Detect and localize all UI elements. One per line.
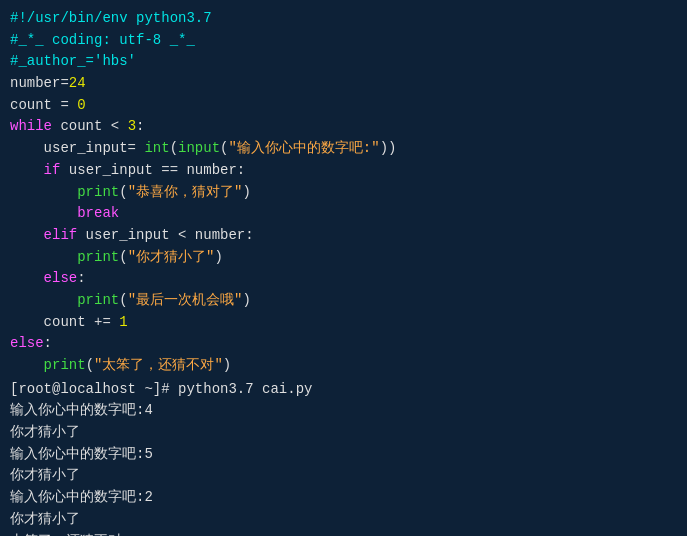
code-line: elif user_input < number:	[10, 225, 677, 247]
code-line: print("恭喜你，猜对了")	[10, 182, 677, 204]
terminal-window: #!/usr/bin/env python3.7#_*_ coding: utf…	[10, 8, 677, 536]
code-line: while count < 3:	[10, 116, 677, 138]
code-line: #_author_='hbs'	[10, 51, 677, 73]
code-line: break	[10, 203, 677, 225]
code-line: user_input= int(input("输入你心中的数字吧:"))	[10, 138, 677, 160]
output-line: 太笨了，还猜不对	[10, 531, 677, 537]
code-line: print("你才猜小了")	[10, 247, 677, 269]
output-line: 输入你心中的数字吧:4	[10, 400, 677, 422]
output-line: 输入你心中的数字吧:5	[10, 444, 677, 466]
code-line: #_*_ coding: utf-8 _*_	[10, 30, 677, 52]
output-line: 你才猜小了	[10, 422, 677, 444]
output-line: 你才猜小了	[10, 509, 677, 531]
code-line: #!/usr/bin/env python3.7	[10, 8, 677, 30]
output-line: 你才猜小了	[10, 465, 677, 487]
code-line: else:	[10, 333, 677, 355]
code-line: if user_input == number:	[10, 160, 677, 182]
code-line: count = 0	[10, 95, 677, 117]
code-line: else:	[10, 268, 677, 290]
code-line: print("最后一次机会哦")	[10, 290, 677, 312]
code-line: print("太笨了，还猜不对")	[10, 355, 677, 377]
output-line: [root@localhost ~]# python3.7 cai.py	[10, 379, 677, 401]
output-area: [root@localhost ~]# python3.7 cai.py输入你心…	[10, 379, 677, 536]
code-area: #!/usr/bin/env python3.7#_*_ coding: utf…	[10, 8, 677, 377]
code-line: number=24	[10, 73, 677, 95]
output-line: 输入你心中的数字吧:2	[10, 487, 677, 509]
code-line: count += 1	[10, 312, 677, 334]
